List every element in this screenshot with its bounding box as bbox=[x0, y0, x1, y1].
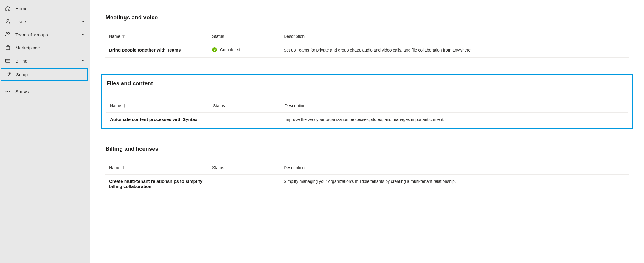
sort-up-icon bbox=[122, 34, 125, 38]
row-status: Completed bbox=[212, 47, 284, 52]
sidebar-item-label: Marketplace bbox=[15, 45, 85, 50]
setup-table: Name Status Description Automate content… bbox=[106, 103, 628, 127]
column-label: Status bbox=[213, 103, 225, 108]
nav-separator bbox=[14, 83, 85, 83]
table-row: Automate content processes with Syntex I… bbox=[106, 113, 628, 127]
column-header-status[interactable]: Status bbox=[213, 103, 285, 108]
column-label: Name bbox=[109, 34, 120, 39]
sidebar: Home Users Teams & groups Marketplace Bi… bbox=[0, 0, 90, 263]
bag-icon bbox=[5, 45, 11, 51]
setup-table: Name Status Description Bring people tog… bbox=[105, 34, 629, 58]
column-header-status[interactable]: Status bbox=[212, 34, 284, 39]
column-label: Status bbox=[212, 165, 224, 170]
column-header-description[interactable]: Description bbox=[284, 34, 625, 39]
column-label: Description bbox=[284, 165, 305, 170]
svg-point-0 bbox=[7, 19, 9, 21]
section-billing-licenses: Billing and licenses Name Status Descrip… bbox=[105, 146, 629, 193]
chevron-down-icon bbox=[81, 19, 85, 24]
sidebar-item-home[interactable]: Home bbox=[0, 2, 90, 15]
sidebar-item-label: Billing bbox=[15, 58, 81, 63]
user-icon bbox=[5, 18, 11, 24]
chevron-down-icon bbox=[81, 32, 85, 37]
wrench-icon bbox=[5, 71, 11, 77]
table-header: Name Status Description bbox=[106, 103, 628, 113]
column-header-status[interactable]: Status bbox=[212, 165, 284, 170]
main-content: Meetings and voice Name Status Descripti… bbox=[90, 0, 644, 263]
status-text: Completed bbox=[220, 47, 240, 52]
sidebar-item-label: Users bbox=[15, 19, 81, 24]
home-icon bbox=[5, 5, 11, 11]
table-row: Bring people together with Teams Complet… bbox=[105, 43, 629, 58]
column-label: Name bbox=[109, 165, 120, 170]
svg-point-2 bbox=[8, 33, 10, 34]
sidebar-item-marketplace[interactable]: Marketplace bbox=[0, 41, 90, 54]
section-title: Files and content bbox=[106, 80, 628, 87]
section-title: Billing and licenses bbox=[105, 146, 629, 152]
column-label: Status bbox=[212, 34, 224, 39]
column-header-description[interactable]: Description bbox=[284, 165, 625, 170]
row-name-link[interactable]: Create multi-tenant relationships to sim… bbox=[109, 179, 212, 189]
column-label: Name bbox=[110, 103, 121, 108]
table-row: Create multi-tenant relationships to sim… bbox=[105, 175, 629, 193]
column-label: Description bbox=[285, 103, 305, 108]
sidebar-item-billing[interactable]: Billing bbox=[0, 54, 90, 67]
card-icon bbox=[5, 58, 11, 64]
row-name-link[interactable]: Automate content processes with Syntex bbox=[110, 117, 213, 122]
section-files-content: Files and content Name Status Descriptio… bbox=[101, 74, 633, 129]
sidebar-item-label: Setup bbox=[16, 72, 83, 77]
row-description: Improve the way your organization proces… bbox=[285, 117, 624, 123]
people-icon bbox=[5, 32, 11, 38]
row-description: Set up Teams for private and group chats… bbox=[284, 47, 625, 53]
sort-up-icon bbox=[123, 104, 126, 108]
column-header-name[interactable]: Name bbox=[110, 103, 213, 108]
svg-rect-4 bbox=[6, 59, 10, 62]
svg-point-6 bbox=[6, 91, 7, 92]
sidebar-item-label: Home bbox=[15, 6, 85, 11]
sidebar-item-users[interactable]: Users bbox=[0, 15, 90, 28]
column-label: Description bbox=[284, 34, 305, 39]
svg-point-8 bbox=[9, 91, 10, 92]
column-header-name[interactable]: Name bbox=[109, 165, 212, 170]
sidebar-item-label: Show all bbox=[15, 89, 85, 94]
row-name-link[interactable]: Bring people together with Teams bbox=[109, 47, 212, 52]
sidebar-item-teams-groups[interactable]: Teams & groups bbox=[0, 28, 90, 41]
row-description: Simplify managing your organization's mu… bbox=[284, 179, 625, 185]
section-title: Meetings and voice bbox=[105, 14, 629, 21]
setup-table: Name Status Description Create multi-ten… bbox=[105, 165, 629, 193]
table-header: Name Status Description bbox=[105, 34, 629, 43]
column-header-name[interactable]: Name bbox=[109, 34, 212, 39]
column-header-description[interactable]: Description bbox=[285, 103, 624, 108]
ellipsis-icon bbox=[5, 88, 11, 94]
svg-point-7 bbox=[7, 91, 8, 92]
sidebar-item-show-all[interactable]: Show all bbox=[0, 85, 90, 98]
sidebar-item-label: Teams & groups bbox=[15, 32, 81, 37]
table-header: Name Status Description bbox=[105, 165, 629, 175]
svg-point-1 bbox=[6, 33, 8, 34]
check-icon bbox=[212, 47, 217, 52]
section-meetings-voice: Meetings and voice Name Status Descripti… bbox=[105, 14, 629, 58]
sort-up-icon bbox=[122, 166, 125, 170]
sidebar-item-setup[interactable]: Setup bbox=[1, 68, 88, 81]
chevron-down-icon bbox=[81, 59, 85, 63]
svg-rect-3 bbox=[6, 46, 10, 50]
